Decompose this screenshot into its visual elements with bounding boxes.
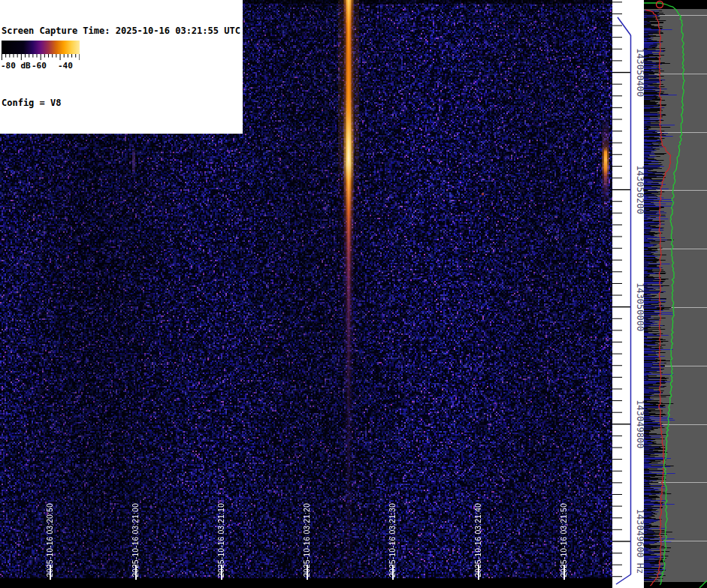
frequency-axis-label: 143049800 [635, 400, 644, 448]
colorbar-label-min: -80 dB [1, 61, 31, 71]
frequency-axis-label: 143050400 [635, 48, 644, 97]
colorbar-label-max: -40 [58, 61, 73, 71]
capture-config-text: Config = V8 [2, 97, 240, 109]
frequency-axis-label: 143050000 [635, 282, 644, 331]
frequency-axis: 1430504001430502001430500001430498001430… [612, 0, 644, 588]
frequency-axis-label: 143049600 Hz [635, 509, 644, 574]
color-scale-legend: -80 dB -60 -40 [0, 39, 83, 73]
capture-time-text: Screen Capture Time: 2025-10-16 03:21:55… [2, 25, 240, 37]
spectrogram-app: 1430504001430502001430500001430498001430… [0, 0, 707, 588]
live-spectrum-panel [644, 0, 707, 588]
colorbar-label-mid: -60 [32, 61, 47, 71]
colormap-gradient-bar [2, 41, 80, 54]
colormap-ruler-ticks [2, 54, 80, 61]
frequency-axis-label: 143050200 [635, 165, 644, 214]
